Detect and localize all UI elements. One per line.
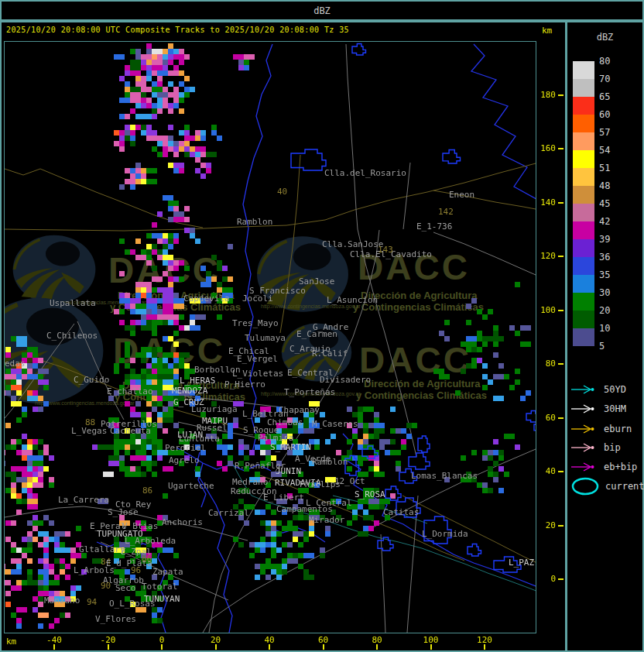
- map-place-label: Seco: [115, 585, 136, 592]
- right-axis-tick: [558, 471, 564, 472]
- track-arrow-icon: [570, 462, 598, 472]
- bottom-axis-tick: [53, 644, 55, 650]
- map-place-label: S_ROSA: [355, 491, 385, 499]
- map-place-label: 86: [142, 487, 152, 495]
- dbz-scale-swatch: [573, 132, 594, 150]
- current-cell-legend-row: current: [570, 476, 644, 496]
- right-axis-tick-label: 180: [533, 90, 556, 100]
- map-place-label: 90: [101, 582, 111, 590]
- map-place-label: P_Hierro: [224, 381, 265, 389]
- right-axis-tick: [558, 202, 564, 204]
- map-place-label: L_PAZ: [509, 559, 534, 567]
- map-place-label: Luzuriaga: [191, 406, 238, 414]
- map-place-label: Medrano: [232, 479, 268, 486]
- map-place-label: Cacheuta: [110, 427, 151, 435]
- track-arrow-icon: [570, 442, 598, 453]
- map-place-label: Ramblon: [312, 458, 348, 466]
- dbz-scale-value: 70: [599, 74, 625, 84]
- right-axis-tick: [558, 417, 564, 419]
- dbz-scale-swatch: [573, 97, 594, 115]
- map-place-label: La_Carrera: [58, 496, 109, 504]
- map-place-label: L_Arbols: [74, 567, 115, 575]
- dbz-scale-swatch: [573, 61, 594, 79]
- map-place-label: E_challao: [107, 388, 153, 396]
- map-place-label: Totoral: [142, 583, 177, 591]
- right-axis-tick-label: 140: [533, 197, 556, 208]
- map-place-label: T_Porteñas: [284, 389, 335, 396]
- dbz-scale-swatch: [573, 168, 594, 186]
- map-place-label: Divisadero: [320, 376, 371, 384]
- dbz-scale-value: 48: [599, 180, 625, 191]
- map-place-label: L_Violetas: [232, 370, 283, 378]
- track-legend-row: 30HM: [570, 401, 644, 417]
- map-place-label: Jocoli: [242, 295, 273, 303]
- dbz-scale-value: 5: [599, 341, 625, 352]
- map-place-label: Uspallata: [50, 300, 96, 307]
- map-place-label: M_Caseros: [312, 420, 358, 428]
- map-place-label: R.Calif: [312, 350, 348, 358]
- map-place-label: Anchoris: [162, 519, 203, 527]
- map-place-label: Agrelo: [169, 457, 200, 465]
- dbz-scale-swatch: [573, 186, 594, 204]
- track-legend-label: eburn: [604, 424, 632, 434]
- dbz-scale-value: 45: [599, 198, 625, 209]
- dbz-scale-swatch: [573, 257, 594, 275]
- dbz-scale-value: 57: [599, 127, 625, 138]
- dbz-scale-swatch: [573, 115, 594, 132]
- current-cell-icon: [570, 476, 600, 496]
- map-place-label: L_Asuncion: [327, 297, 378, 304]
- track-arrow-icon: [570, 403, 598, 414]
- dbz-scale-swatch: [573, 150, 594, 168]
- map-place-label: Tres_Mayo: [232, 320, 279, 328]
- map-place-label: Catitas: [383, 509, 419, 516]
- current-cell-label: current: [605, 481, 644, 492]
- dbz-scale-value: 39: [599, 234, 625, 245]
- track-legend-row: 50YD: [570, 382, 644, 397]
- dbz-scale-value: 36: [599, 252, 625, 263]
- dbz-scale-swatch: [573, 239, 594, 257]
- track-legend-label: 30HM: [604, 403, 626, 414]
- map-place-label: L_Dormida: [422, 530, 468, 538]
- bottom-axis-tick: [269, 644, 270, 650]
- right-axis-tick-label: 20: [533, 520, 556, 530]
- map-place-label: Manzano: [44, 597, 80, 605]
- track-legend-label: eb+bip: [604, 462, 637, 472]
- track-legend-row: eburn: [570, 421, 644, 437]
- right-axis-tick-label: 0: [533, 574, 556, 584]
- dbz-scale-value: 20: [599, 305, 625, 316]
- map-place-label: SanJose: [299, 278, 334, 286]
- dbz-scale-swatch: [573, 221, 594, 239]
- map-place-label: Lunlunta: [179, 435, 220, 443]
- map-place-label: S_MARTIN: [270, 444, 311, 451]
- dbz-scale-swatch: [573, 293, 594, 311]
- right-axis-tick: [558, 148, 564, 149]
- map-place-label: E_Vergel: [237, 355, 278, 363]
- map-place-label: 96: [131, 567, 141, 575]
- right-axis-tick-label: 40: [533, 466, 556, 476]
- right-axis-tick: [558, 310, 564, 311]
- track-arrow-icon: [570, 384, 598, 395]
- dbz-scale-value: 30: [599, 287, 625, 298]
- map-place-label: Ramblon: [237, 218, 272, 226]
- map-place-label: C_Chilenos: [46, 332, 98, 340]
- track-legend-row: eb+bip: [570, 459, 644, 475]
- map-place-label: Campamentos: [276, 506, 333, 513]
- radar-map-area: DACCDirección de Agriculturay Contingenc…: [4, 41, 536, 633]
- legend-title: dBZ: [566, 32, 644, 43]
- dbz-scale-value: 80: [599, 56, 625, 67]
- map-place-label: L_Arboleda: [125, 537, 176, 545]
- map-place-label: edas: [5, 360, 26, 368]
- right-axis-tick-label: 80: [533, 359, 556, 369]
- right-axis-tick-label: 60: [533, 413, 556, 423]
- right-axis-tick: [558, 94, 564, 96]
- map-place-label: Tulumaya: [245, 335, 286, 342]
- right-axis-tick: [558, 256, 564, 257]
- bottom-axis-tick: [215, 644, 217, 650]
- map-place-label: 143: [378, 246, 393, 254]
- bottom-axis-tick: [484, 644, 485, 650]
- map-place-label: E_Carmen: [296, 331, 337, 338]
- map-place-label: Palmira: [258, 434, 293, 442]
- right-axis-tick-label: 160: [533, 143, 556, 153]
- right-axis-tick: [558, 578, 564, 580]
- map-place-label: Zapata: [152, 568, 183, 576]
